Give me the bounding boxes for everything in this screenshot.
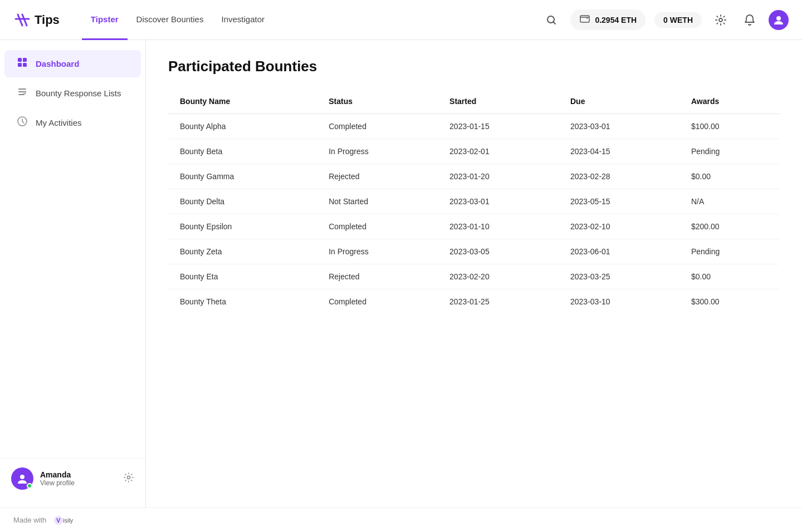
search-button[interactable] (541, 10, 561, 30)
bell-icon (744, 14, 756, 26)
bounty-list-icon (16, 86, 29, 100)
cell-due: 2023-03-01 (559, 114, 680, 139)
svg-rect-8 (18, 88, 26, 90)
cell-started: 2023-03-01 (438, 189, 559, 214)
svg-rect-6 (18, 63, 22, 67)
cell-name: Bounty Alpha (169, 114, 318, 139)
sidebar-item-dashboard[interactable]: Dashboard (4, 50, 141, 77)
sidebar-item-bounty-response-lists[interactable]: Bounty Response Lists (4, 80, 141, 107)
col-header-due: Due (559, 89, 680, 114)
nav-tipster[interactable]: Tipster (82, 0, 128, 40)
dashboard-icon (16, 57, 29, 71)
sidebar-activities-label: My Activities (36, 118, 82, 127)
visily-branding: Made with V isily (13, 515, 86, 526)
nav-discover-bounties[interactable]: Discover Bounties (128, 0, 213, 40)
gear-icon (715, 14, 727, 26)
sidebar-item-my-activities[interactable]: My Activities (4, 109, 141, 136)
cell-started: 2023-03-05 (438, 239, 559, 264)
logo[interactable]: Tips (13, 11, 60, 29)
top-navigation: Tips Tipster Discover Bounties Investiga… (0, 0, 802, 40)
eth-amount: 0.2954 ETH (595, 16, 637, 24)
table-header: Bounty Name Status Started Due Awards (169, 89, 780, 114)
table-row: Bounty ThetaCompleted2023-01-252023-03-1… (169, 289, 780, 314)
col-header-bounty-name: Bounty Name (169, 89, 318, 114)
cell-started: 2023-02-20 (438, 264, 559, 289)
svg-rect-1 (580, 16, 589, 22)
footer-avatar[interactable] (11, 467, 33, 490)
table-row: Bounty EtaRejected2023-02-202023-03-25$0… (169, 264, 780, 289)
svg-rect-5 (23, 58, 27, 62)
weth-amount: 0 WETH (663, 16, 693, 24)
svg-point-3 (776, 16, 781, 21)
settings-button[interactable] (711, 10, 731, 30)
footer-gear-icon (123, 472, 134, 483)
cell-status: Completed (317, 114, 438, 139)
activities-icon (16, 116, 29, 130)
cell-due: 2023-06-01 (559, 239, 680, 264)
col-header-awards: Awards (680, 89, 780, 114)
cell-name: Bounty Theta (169, 289, 318, 314)
nav-investigator[interactable]: Investigator (212, 0, 273, 40)
wallet-icon (579, 13, 590, 27)
svg-text:isily: isily (63, 517, 74, 524)
sidebar: Dashboard Bounty Response Lists My Act (0, 40, 146, 508)
footer-user-name: Amanda (40, 470, 116, 479)
notifications-button[interactable] (740, 10, 760, 30)
table-row: Bounty DeltaNot Started2023-03-012023-05… (169, 189, 780, 214)
cell-status: Completed (317, 289, 438, 314)
user-icon (773, 14, 784, 26)
nav-links: Tipster Discover Bounties Investigator (82, 0, 542, 40)
cell-awards: $300.00 (680, 289, 780, 314)
svg-rect-9 (18, 91, 26, 92)
visily-logo-icon: V isily (53, 515, 86, 526)
cell-status: Rejected (317, 264, 438, 289)
user-avatar-button[interactable] (769, 10, 789, 30)
cell-started: 2023-01-25 (438, 289, 559, 314)
cell-due: 2023-02-28 (559, 164, 680, 189)
online-status-dot (27, 483, 32, 489)
cell-due: 2023-03-10 (559, 289, 680, 314)
eth-wallet-badge[interactable]: 0.2954 ETH (570, 9, 645, 30)
logo-text: Tips (35, 13, 60, 27)
cell-started: 2023-01-15 (438, 114, 559, 139)
sidebar-footer: Amanda View profile (0, 458, 145, 499)
footer-view-profile[interactable]: View profile (40, 479, 116, 487)
cell-name: Bounty Gamma (169, 164, 318, 189)
cell-name: Bounty Epsilon (169, 214, 318, 239)
table-body: Bounty AlphaCompleted2023-01-152023-03-0… (169, 114, 780, 314)
cell-name: Bounty Delta (169, 189, 318, 214)
cell-status: In Progress (317, 139, 438, 164)
cell-status: Not Started (317, 189, 438, 214)
cell-name: Bounty Zeta (169, 239, 318, 264)
table-header-row: Bounty Name Status Started Due Awards (169, 89, 780, 114)
cell-name: Bounty Eta (169, 264, 318, 289)
svg-rect-4 (18, 58, 22, 62)
cell-awards: $0.00 (680, 264, 780, 289)
footer-user-info: Amanda View profile (40, 470, 116, 487)
footer-bar: Made with V isily (0, 508, 802, 532)
table-row: Bounty BetaIn Progress2023-02-012023-04-… (169, 139, 780, 164)
cell-started: 2023-02-01 (438, 139, 559, 164)
table-row: Bounty AlphaCompleted2023-01-152023-03-0… (169, 114, 780, 139)
cell-awards: Pending (680, 139, 780, 164)
col-header-started: Started (438, 89, 559, 114)
footer-user-icon (16, 472, 28, 485)
wallet-svg (579, 13, 590, 24)
page-title: Participated Bounties (168, 58, 780, 75)
main-layout: Dashboard Bounty Response Lists My Act (0, 40, 802, 508)
sidebar-bounty-response-label: Bounty Response Lists (36, 88, 121, 98)
weth-badge[interactable]: 0 WETH (654, 12, 702, 28)
cell-status: In Progress (317, 239, 438, 264)
main-content: Participated Bounties Bounty Name Status… (146, 40, 802, 508)
svg-rect-7 (23, 63, 27, 67)
cell-due: 2023-05-15 (559, 189, 680, 214)
svg-point-13 (128, 476, 130, 479)
svg-point-2 (719, 18, 722, 22)
cell-due: 2023-02-10 (559, 214, 680, 239)
footer-settings-button[interactable] (123, 472, 134, 486)
cell-started: 2023-01-10 (438, 214, 559, 239)
svg-point-12 (20, 475, 25, 479)
cell-awards: Pending (680, 239, 780, 264)
cell-due: 2023-03-25 (559, 264, 680, 289)
cell-awards: $0.00 (680, 164, 780, 189)
